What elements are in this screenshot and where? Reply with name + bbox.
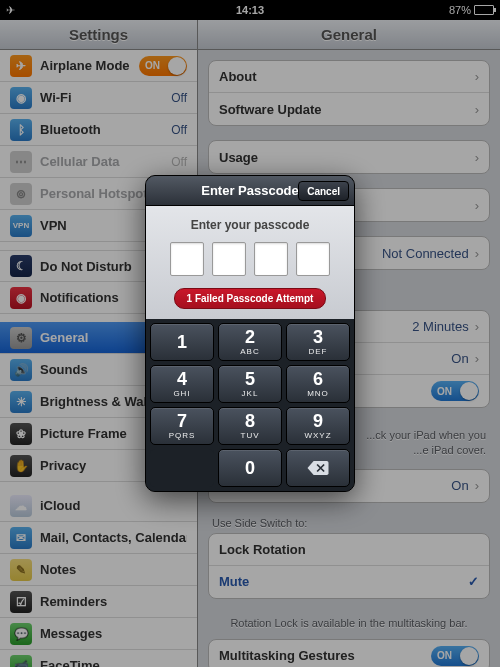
passcode-fields (156, 242, 344, 276)
passcode-modal: Enter Passcode Cancel Enter your passcod… (145, 175, 355, 492)
key-5[interactable]: 5JKL (218, 365, 282, 403)
key-2[interactable]: 2ABC (218, 323, 282, 361)
passcode-prompt: Enter your passcode (156, 218, 344, 232)
passcode-digit-4[interactable] (296, 242, 330, 276)
key-1[interactable]: 1 (150, 323, 214, 361)
passcode-title-bar: Enter Passcode Cancel (146, 176, 354, 206)
passcode-overlay: Enter Passcode Cancel Enter your passcod… (0, 0, 500, 667)
key-9[interactable]: 9WXYZ (286, 407, 350, 445)
key-6[interactable]: 6MNO (286, 365, 350, 403)
passcode-digit-1[interactable] (170, 242, 204, 276)
key-0[interactable]: 0 (218, 449, 282, 487)
key-3[interactable]: 3DEF (286, 323, 350, 361)
failed-attempt-badge: 1 Failed Passcode Attempt (174, 288, 327, 309)
key-7[interactable]: 7PQRS (150, 407, 214, 445)
key-blank (150, 449, 214, 487)
passcode-title: Enter Passcode (201, 183, 299, 198)
key-8[interactable]: 8TUV (218, 407, 282, 445)
passcode-digit-2[interactable] (212, 242, 246, 276)
key-backspace[interactable] (286, 449, 350, 487)
numeric-keypad: 1 2ABC 3DEF 4GHI 5JKL 6MNO 7PQRS 8TUV 9W… (146, 319, 354, 491)
cancel-button[interactable]: Cancel (298, 181, 349, 201)
backspace-icon (307, 461, 329, 475)
key-4[interactable]: 4GHI (150, 365, 214, 403)
passcode-digit-3[interactable] (254, 242, 288, 276)
